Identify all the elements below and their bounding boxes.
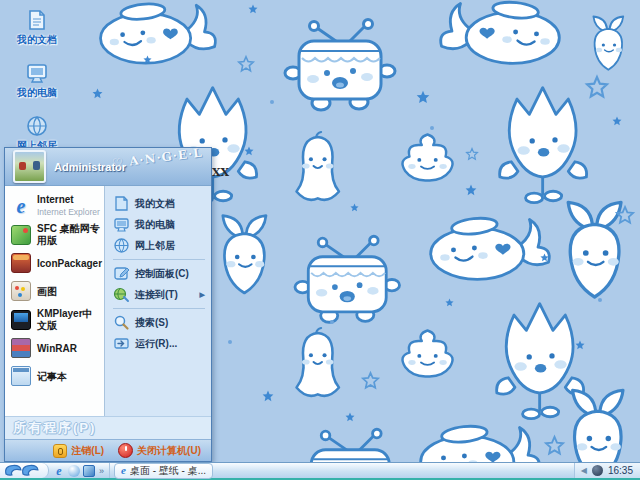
iconpackager-icon (10, 252, 32, 274)
start-menu: Administrator ♡ A·N·G·E·L e Internet Int… (4, 147, 212, 462)
my-computer-icon (113, 216, 130, 233)
wallpaper-watermark: XX (212, 166, 229, 179)
menu-item-my-computer[interactable]: 我的电脑 (111, 214, 207, 235)
menu-item-sublabel: Internet Explorer (37, 207, 100, 217)
menu-item-label: IconPackager (37, 258, 102, 270)
menu-item-kmplayer[interactable]: KMPlayer中文版 (9, 307, 101, 332)
menu-item-label: SFC 桌酷网专用版 (37, 223, 100, 246)
menu-item-label: 网上邻居 (135, 239, 175, 253)
menu-item-label: 连接到(T) (135, 288, 178, 302)
quicklaunch-media-player-icon[interactable] (83, 465, 95, 477)
kmplayer-icon (10, 309, 32, 331)
menu-item-run[interactable]: 运行(R)... (111, 333, 207, 354)
internet-explorer-icon: e (10, 195, 32, 217)
menu-item-iconpackager[interactable]: IconPackager (9, 251, 101, 275)
my-network-places-icon (113, 237, 130, 254)
tray-clock[interactable]: 16:35 (608, 465, 633, 476)
connect-to-icon (113, 286, 130, 303)
my-network-places-icon (25, 114, 49, 138)
shutdown-button[interactable]: 关闭计算机(U) (118, 443, 201, 458)
quicklaunch-overflow-chevron[interactable]: » (98, 466, 105, 476)
menu-item-control-panel[interactable]: 控制面板(C) (111, 263, 207, 284)
shutdown-label: 关闭计算机(U) (137, 444, 201, 458)
start-menu-header: Administrator ♡ A·N·G·E·L (5, 148, 211, 186)
menu-divider (113, 259, 205, 260)
start-button[interactable] (0, 463, 49, 478)
control-panel-icon (113, 265, 130, 282)
menu-item-label: 画图 (37, 286, 57, 298)
desktop-icon-label: 我的电脑 (17, 86, 57, 100)
logoff-label: 注销(L) (71, 444, 104, 458)
menu-item-label: 运行(R)... (135, 337, 177, 351)
header-angel-decoration: ♡ A·N·G·E·L (112, 146, 204, 171)
tray-app-icon[interactable] (592, 465, 603, 476)
start-menu-footer: 注销(L) 关闭计算机(U) (5, 439, 211, 461)
desktop: 我的文档 我的电脑 网上邻居 XX Administrator ♡ A·N·G·… (0, 0, 640, 480)
my-computer-icon (25, 61, 49, 85)
menu-item-connect-to[interactable]: 连接到(T) ▶ (111, 284, 207, 305)
run-icon (113, 335, 130, 352)
taskbar-window-button[interactable]: e 桌面 - 壁纸 - 桌... (114, 463, 213, 479)
menu-item-label: 我的电脑 (135, 218, 175, 232)
menu-item-label: 记事本 (37, 371, 67, 383)
menu-item-label: WinRAR (37, 343, 77, 355)
start-menu-left-column: e Internet Internet Explorer SFC 桌酷网专用版 … (5, 186, 105, 416)
desktop-icon-label: 我的文档 (17, 33, 57, 47)
window-internet-explorer-icon: e (121, 465, 126, 476)
start-menu-body: e Internet Internet Explorer SFC 桌酷网专用版 … (5, 186, 211, 416)
start-menu-right-column: 我的文档 我的电脑 网上邻居 (105, 186, 211, 416)
menu-item-notepad[interactable]: 记事本 (9, 364, 101, 388)
system-tray: ◀ 16:35 (574, 463, 640, 478)
tray-collapse-chevron-icon[interactable]: ◀ (581, 467, 587, 475)
all-programs-label: 所有程序(P) (13, 419, 96, 437)
logoff-icon (53, 444, 67, 458)
menu-item-paint[interactable]: 画图 (9, 279, 101, 303)
menu-item-my-network[interactable]: 网上邻居 (111, 235, 207, 256)
quicklaunch-show-desktop-icon[interactable] (68, 465, 80, 477)
menu-item-label: KMPlayer中文版 (37, 308, 100, 331)
menu-item-internet-explorer[interactable]: e Internet Internet Explorer (9, 193, 101, 218)
my-documents-icon (113, 195, 130, 212)
user-avatar (13, 150, 46, 183)
menu-item-label: Internet (37, 194, 74, 205)
menu-item-label: 搜索(S) (135, 316, 168, 330)
quicklaunch-internet-explorer-icon[interactable]: e (53, 465, 65, 477)
notepad-icon (10, 365, 32, 387)
menu-item-label: 控制面板(C) (135, 267, 189, 281)
sfc-app-icon (10, 224, 32, 246)
winrar-icon (10, 337, 32, 359)
desktop-icon-list: 我的文档 我的电脑 网上邻居 (2, 8, 72, 153)
taskbar-window-title: 桌面 - 壁纸 - 桌... (130, 464, 206, 478)
power-icon (118, 443, 133, 458)
menu-item-winrar[interactable]: WinRAR (9, 336, 101, 360)
start-wings-icon (4, 464, 40, 477)
menu-divider (113, 308, 205, 309)
quick-launch-bar: e » (49, 463, 110, 478)
all-programs-button[interactable]: 所有程序(P) (5, 416, 211, 439)
search-icon (113, 314, 130, 331)
menu-item-search[interactable]: 搜索(S) (111, 312, 207, 333)
submenu-arrow-icon: ▶ (200, 291, 205, 299)
desktop-icon-my-computer[interactable]: 我的电脑 (2, 61, 72, 100)
menu-item-label: 我的文档 (135, 197, 175, 211)
my-documents-icon (25, 8, 49, 32)
menu-item-sfc[interactable]: SFC 桌酷网专用版 (9, 222, 101, 247)
desktop-icon-my-documents[interactable]: 我的文档 (2, 8, 72, 47)
paint-icon (10, 280, 32, 302)
taskbar: e » e 桌面 - 壁纸 - 桌... ◀ 16:35 (0, 462, 640, 480)
logoff-button[interactable]: 注销(L) (53, 444, 104, 458)
menu-item-my-documents[interactable]: 我的文档 (111, 193, 207, 214)
